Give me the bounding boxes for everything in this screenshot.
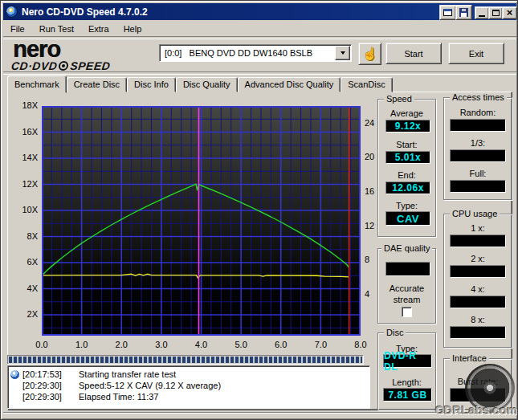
access-times-title: Access times	[450, 92, 507, 102]
log-text: Speed:5-12 X CAV (9.12 X average)	[79, 381, 221, 390]
log-time: [20:29:30]	[22, 392, 62, 402]
log-text: Elapsed Time: 11:37	[79, 392, 158, 402]
cpu-usage-title: CPU usage	[450, 209, 500, 218]
speed-type-value: CAV	[385, 211, 430, 226]
log-time: [20:29:30]	[22, 381, 62, 390]
speed-panel-title: Speed	[384, 94, 414, 104]
drive-select[interactable]: [0:0] BENQ DVD DD DW1640 BSLB	[159, 44, 352, 62]
close-icon: ×	[507, 9, 513, 17]
menu-separator	[3, 36, 516, 39]
chevron-down-icon	[341, 51, 345, 55]
log-time: [20:17:53]	[22, 369, 62, 379]
cpu-8x-label: 8 x:	[444, 315, 512, 324]
access-full-value	[450, 180, 506, 193]
access-third-label: 1/3:	[444, 138, 512, 148]
minimize-icon	[479, 15, 485, 17]
drive-info-button[interactable]: ☝	[358, 43, 381, 65]
menu-run-test[interactable]: Run Test	[32, 22, 81, 35]
log-list[interactable]: [20:17:53] Starting transfer rate test […	[7, 365, 370, 409]
speed-end-label: End:	[378, 170, 435, 180]
tab-disc-quality[interactable]: Disc Quality	[176, 77, 238, 92]
dae-quality-title: DAE quality	[381, 243, 432, 253]
disc-panel: Disc Type: DVD-R DL Length: 7.81 GB	[377, 332, 436, 410]
progress-bar-fill	[9, 357, 362, 363]
start-button[interactable]: Start	[385, 43, 442, 64]
cpu-2x-label: 2 x:	[444, 254, 512, 263]
disc-length-label: Length:	[378, 377, 435, 387]
disc-length-value: 7.81 GB	[383, 388, 432, 402]
benchmark-chart	[42, 106, 361, 336]
app-window: Nero CD-DVD Speed 4.7.0.2 × File Run Tes…	[0, 0, 518, 420]
watermark-text: CDRLabs.com	[435, 403, 516, 417]
screenshot-button[interactable]	[439, 5, 456, 20]
tab-create-disc[interactable]: Create Disc	[67, 77, 127, 92]
menu-bar: File Run Test Extra Help	[3, 22, 516, 36]
exit-button[interactable]: Exit	[448, 43, 504, 64]
cpu-4x-label: 4 x:	[444, 284, 512, 294]
drive-select-arrow[interactable]	[335, 46, 350, 60]
speed-start-label: Start:	[378, 140, 435, 149]
access-random-label: Random:	[444, 108, 512, 117]
access-times-panel: Access times Random: 1/3: Full:	[443, 97, 512, 200]
disc-panel-title: Disc	[384, 328, 406, 337]
window-icon	[443, 9, 452, 16]
logo-cd-dvd-text: CD·DVD	[10, 59, 58, 72]
disc-type-value: DVD-R DL	[383, 354, 432, 368]
progress-bar	[7, 355, 364, 365]
save-button[interactable]	[455, 5, 472, 20]
menu-file[interactable]: File	[3, 22, 32, 35]
log-disc-icon	[10, 370, 19, 379]
accurate-stream-checkbox[interactable]	[402, 307, 412, 317]
menu-help[interactable]: Help	[116, 22, 149, 35]
interface-title: Interface	[450, 353, 489, 363]
dae-quality-value	[385, 262, 430, 276]
floppy-icon	[459, 8, 468, 17]
tab-advanced-disc-quality[interactable]: Advanced Disc Quality	[238, 77, 341, 92]
maximize-icon	[492, 10, 500, 16]
cpu-8x-value	[450, 326, 506, 339]
hand-icon: ☝	[362, 47, 377, 61]
cpu-usage-panel: CPU usage 1 x: 2 x: 4 x: 8 x:	[443, 214, 512, 348]
app-icon	[6, 6, 18, 18]
accurate-stream-label: Accurate stream	[378, 283, 435, 305]
tab-bar: Benchmark Create Disc Disc Info Disc Qua…	[7, 75, 393, 92]
access-full-label: Full:	[444, 169, 512, 178]
drive-select-value: [0:0] BENQ DVD DD DW1640 BSLB	[160, 48, 335, 58]
window-title: Nero CD-DVD Speed 4.7.0.2	[22, 6, 148, 18]
speed-average-value: 9.12x	[385, 120, 430, 133]
close-button[interactable]: ×	[502, 6, 517, 19]
access-third-value	[450, 149, 506, 162]
speed-end-value: 12.06x	[385, 181, 430, 194]
maximize-button[interactable]	[488, 6, 503, 19]
tab-scandisc[interactable]: ScanDisc	[341, 77, 392, 92]
disc-icon	[59, 61, 69, 71]
cpu-1x-label: 1 x:	[444, 223, 512, 233]
speed-start-value: 5.01x	[385, 151, 430, 164]
tab-disc-info[interactable]: Disc Info	[127, 77, 176, 92]
menu-extra[interactable]: Extra	[81, 22, 116, 35]
tab-benchmark[interactable]: Benchmark	[7, 75, 67, 93]
access-random-value	[450, 119, 506, 132]
logo-speed-text: SPEED	[70, 59, 112, 72]
cd-dvd-speed-logo: CD·DVD SPEED	[10, 59, 111, 72]
minimize-button[interactable]	[475, 6, 489, 19]
log-text: Starting transfer rate test	[79, 369, 176, 379]
cpu-1x-value	[450, 234, 506, 247]
dae-quality-panel: DAE quality Accurate stream	[377, 248, 436, 324]
speed-average-label: Average	[378, 108, 435, 118]
speed-type-label: Type:	[378, 201, 435, 210]
speed-panel: Speed Average 9.12x Start: 5.01x End: 12…	[377, 99, 436, 237]
cpu-2x-value	[450, 265, 506, 278]
cpu-4x-value	[450, 296, 506, 308]
